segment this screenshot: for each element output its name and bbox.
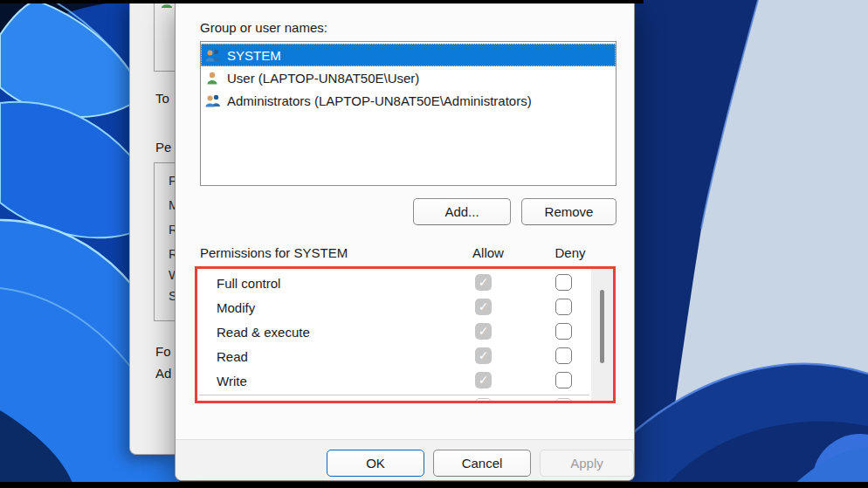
dialog-footer: OK Cancel Apply bbox=[176, 439, 634, 480]
background-label-fragment: Fo bbox=[155, 344, 171, 359]
users-icon bbox=[205, 49, 221, 62]
allow-checkbox-partial[interactable] bbox=[475, 398, 492, 403]
cancel-button[interactable]: Cancel bbox=[433, 450, 531, 477]
deny-checkbox-partial[interactable] bbox=[555, 398, 572, 403]
list-divider bbox=[199, 395, 589, 395]
group-list-item[interactable]: User (LAPTOP-UN8AT50E\User) bbox=[201, 66, 616, 89]
allow-checkbox[interactable]: ✓ bbox=[475, 299, 492, 315]
allow-checkbox[interactable]: ✓ bbox=[475, 372, 492, 388]
user-icon bbox=[205, 72, 221, 85]
permission-name: Read & execute bbox=[217, 325, 310, 340]
deny-checkbox[interactable] bbox=[555, 323, 572, 340]
group-list-item[interactable]: Administrators (LAPTOP-UN8AT50E\Administ… bbox=[201, 89, 616, 112]
screen-edge-bottom bbox=[0, 482, 868, 488]
ok-button[interactable]: OK bbox=[327, 450, 424, 477]
deny-checkbox[interactable] bbox=[555, 372, 572, 388]
allow-checkbox[interactable]: ✓ bbox=[475, 323, 492, 340]
allow-checkbox[interactable]: ✓ bbox=[475, 274, 492, 291]
permission-name: Modify bbox=[217, 300, 255, 315]
background-label-fragment: To bbox=[155, 91, 169, 106]
background-label-fragment: Pe bbox=[155, 140, 171, 155]
deny-column-header: Deny bbox=[550, 245, 590, 260]
remove-button[interactable]: Remove bbox=[521, 198, 617, 225]
apply-button[interactable]: Apply bbox=[540, 450, 634, 477]
deny-checkbox[interactable] bbox=[555, 274, 572, 291]
group-name: Administrators (LAPTOP-UN8AT50E\Administ… bbox=[227, 93, 532, 108]
deny-checkbox[interactable] bbox=[555, 347, 572, 364]
group-list-item[interactable]: SYSTEM bbox=[201, 44, 616, 66]
group-names-label: Group or user names: bbox=[200, 20, 327, 35]
background-label-fragment: Ad bbox=[155, 366, 171, 381]
permission-name: Full control bbox=[217, 276, 280, 291]
group-name: SYSTEM bbox=[227, 48, 281, 63]
users-icon bbox=[205, 94, 221, 107]
screen-edge-top bbox=[0, 0, 644, 3]
group-user-list[interactable]: SYSTEMUser (LAPTOP-UN8AT50E\User)Adminis… bbox=[200, 41, 617, 186]
permission-name: Write bbox=[217, 374, 247, 388]
highlight-box: Full control✓Modify✓Read & execute✓Read✓… bbox=[195, 266, 616, 403]
permissions-for-label: Permissions for SYSTEM bbox=[200, 245, 348, 260]
deny-checkbox[interactable] bbox=[555, 299, 572, 315]
scrollbar-thumb[interactable] bbox=[600, 290, 604, 363]
permissions-scrollbar[interactable] bbox=[591, 269, 613, 401]
allow-checkbox[interactable]: ✓ bbox=[475, 347, 492, 364]
desktop: To Pe FMRRWS Fo Ad Group or user names: … bbox=[0, 0, 868, 488]
group-name: User (LAPTOP-UN8AT50E\User) bbox=[227, 71, 419, 86]
allow-column-header: Allow bbox=[468, 245, 508, 260]
add-button[interactable]: Add... bbox=[413, 198, 511, 225]
permissions-dialog: Group or user names: SYSTEMUser (LAPTOP-… bbox=[175, 0, 635, 481]
permission-name: Read bbox=[217, 349, 248, 364]
background-properties-dialog: To Pe FMRRWS Fo Ad bbox=[129, 0, 178, 455]
